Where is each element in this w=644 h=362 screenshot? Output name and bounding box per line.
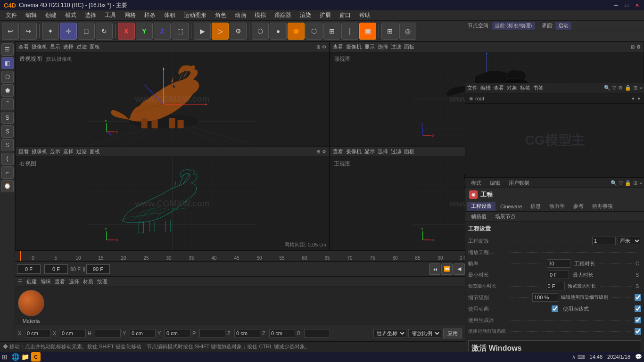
props-tab-user[interactable]: 用户数据 xyxy=(505,179,533,188)
prev-key-button[interactable]: ⏪ xyxy=(441,263,453,275)
prop-fps-input[interactable] xyxy=(547,259,570,268)
rp-edit[interactable]: 编辑 xyxy=(480,84,491,91)
prop-min-input[interactable] xyxy=(548,271,569,279)
sidebar-s1-button[interactable]: S xyxy=(1,112,14,124)
redo-button[interactable]: ↪ xyxy=(20,23,37,40)
viewport-perspective[interactable]: 查看 摄像机 显示 选择 过滤 面板 ⊞ ⚙ www.CGMXW.com xyxy=(15,41,330,146)
sidebar-poly-button[interactable]: ⬟ xyxy=(1,84,14,97)
start-frame-input[interactable] xyxy=(44,264,68,274)
taskbar-browser-icon[interactable]: 🌐 xyxy=(11,353,19,361)
select-mode-button[interactable]: ⬚ xyxy=(172,23,189,40)
sidebar-corner-button[interactable]: ⌐ xyxy=(1,166,14,179)
sidebar-mode-button[interactable]: ☰ xyxy=(1,43,14,56)
node-interface-value[interactable]: 启动 xyxy=(555,22,571,30)
vp-tl-settings[interactable]: ⚙ xyxy=(322,44,326,49)
mat-menu-material[interactable]: 材质 xyxy=(83,278,93,285)
vp-bl-camera[interactable]: 摄像机 xyxy=(32,148,47,155)
sidebar-spline-button[interactable]: ⌒ xyxy=(1,98,14,110)
subtab-ref[interactable]: 参考 xyxy=(570,202,587,211)
vp-tr-filter[interactable]: 过滤 xyxy=(391,43,401,50)
subtab-info[interactable]: 信息 xyxy=(527,202,545,211)
vp-tr-display[interactable]: 显示 xyxy=(364,43,375,50)
prop-previewmin-input[interactable] xyxy=(546,282,565,290)
menu-item-选择[interactable]: 选择 xyxy=(81,10,100,20)
maximize-button[interactable]: □ xyxy=(623,2,630,8)
vp-tr-expand[interactable]: ⊞ xyxy=(631,44,635,49)
step-back-button[interactable]: ◀ xyxy=(454,263,465,275)
pos-x-input[interactable] xyxy=(25,329,51,337)
dim-b-input[interactable] xyxy=(304,329,330,337)
undo-button[interactable]: ↩ xyxy=(2,23,19,40)
viewport-right[interactable]: 查看 摄像机 显示 选择 过滤 面板 ⊞ ⚙ www.CGMXW.com xyxy=(15,146,330,251)
scale-mode-select[interactable]: 缩放比例 xyxy=(408,329,441,337)
axis-y-button[interactable]: Y xyxy=(136,23,153,40)
obj-root-row[interactable]: ◉ root ● ● xyxy=(465,93,644,104)
prop-editordetail-check[interactable] xyxy=(635,294,641,301)
sidebar-arrow-button[interactable]: ⟨ xyxy=(1,153,14,165)
coord-system-select[interactable]: 世界坐标 xyxy=(373,329,406,337)
menu-item-渲染[interactable]: 渲染 xyxy=(296,10,315,20)
rp-file[interactable]: 文件 xyxy=(467,84,478,91)
plane-button[interactable]: ⊞ xyxy=(323,23,340,40)
object-button[interactable]: ◻ xyxy=(78,23,95,40)
notifications-icon[interactable]: 💬 xyxy=(635,354,642,360)
vp-br-filter[interactable]: 过滤 xyxy=(391,148,401,155)
vp-tl-camera[interactable]: 摄像机 xyxy=(32,43,47,50)
grid-button[interactable]: ⊞ xyxy=(381,23,398,40)
menu-item-网格[interactable]: 网格 xyxy=(121,10,140,20)
scale-z-input[interactable] xyxy=(269,329,295,337)
pos-z-input[interactable] xyxy=(234,329,260,337)
prop-detail-input[interactable] xyxy=(532,293,558,302)
vp-br-look[interactable]: 查看 xyxy=(333,148,343,155)
vp-bl-filter[interactable]: 过滤 xyxy=(76,148,87,155)
sidebar-s2-button[interactable]: S xyxy=(1,125,14,138)
menu-item-运动图形[interactable]: 运动图形 xyxy=(180,10,210,20)
subtab2-scene-nodes[interactable]: 场景节点 xyxy=(491,212,520,221)
vp-br-display[interactable]: 显示 xyxy=(364,148,375,155)
menu-item-帮助[interactable]: 帮助 xyxy=(355,10,374,20)
menu-item-样条[interactable]: 样条 xyxy=(140,10,159,20)
vp-tr-camera[interactable]: 摄像机 xyxy=(346,43,362,50)
vp-bl-expand[interactable]: ⊞ xyxy=(316,149,320,154)
vp-bl-settings[interactable]: ⚙ xyxy=(322,149,326,154)
axis-x-button[interactable]: X xyxy=(118,23,135,40)
start-button[interactable]: ⊞ xyxy=(2,353,8,361)
vp-tl-display[interactable]: 显示 xyxy=(50,43,60,50)
root-lock[interactable]: ● xyxy=(637,96,640,101)
mat-menu-edit[interactable]: 编辑 xyxy=(41,278,51,285)
axis-z-button[interactable]: Z xyxy=(154,23,171,40)
render-button[interactable]: ▷ xyxy=(212,23,229,40)
mat-menu-select[interactable]: 选择 xyxy=(69,278,79,285)
menu-item-模式[interactable]: 模式 xyxy=(61,10,80,20)
snap-button[interactable]: ◎ xyxy=(399,23,416,40)
vp-bl-display[interactable]: 显示 xyxy=(50,148,60,155)
vp-tl-panel[interactable]: 面板 xyxy=(90,43,100,50)
vp-tr-settings[interactable]: ⚙ xyxy=(636,44,641,49)
prop-gen-check[interactable] xyxy=(635,317,641,323)
subtab-todo[interactable]: 待办事项 xyxy=(588,202,617,211)
menu-item-体积[interactable]: 体积 xyxy=(160,10,179,20)
vp-br-camera[interactable]: 摄像机 xyxy=(346,148,362,155)
vp-tr-select[interactable]: 选择 xyxy=(378,43,388,50)
taskbar-folder-icon[interactable]: 📁 xyxy=(21,353,29,361)
apply-button[interactable]: 应用 xyxy=(443,329,462,338)
subtab2-interpolate[interactable]: 帧插值 xyxy=(467,212,490,221)
prop-motion-check[interactable] xyxy=(635,328,641,335)
dim-p-input[interactable] xyxy=(199,329,225,337)
rp-chevron-icon[interactable]: » xyxy=(639,85,642,91)
vp-bl-panel[interactable]: 面板 xyxy=(90,148,100,155)
props-filter-icon[interactable]: ▽ xyxy=(619,180,623,186)
pos-y-input[interactable] xyxy=(130,329,156,337)
cylinder-button[interactable]: ⬟ xyxy=(288,23,305,40)
rp-bookmark[interactable]: 书签 xyxy=(533,84,544,91)
menu-item-角色[interactable]: 角色 xyxy=(211,10,230,20)
menu-item-工具[interactable]: 工具 xyxy=(101,10,120,20)
render-preview-button[interactable]: ▶ xyxy=(194,23,211,40)
rp-lock-icon[interactable]: 🔒 xyxy=(625,85,631,91)
subtab-project-settings[interactable]: 工程设置 xyxy=(467,202,495,211)
rp-expand-icon[interactable]: ⊞ xyxy=(633,85,637,91)
rp-settings-icon[interactable]: ⚙ xyxy=(618,85,623,91)
select-button[interactable]: ✦ xyxy=(42,23,59,40)
systray-up-icon[interactable]: ∧ xyxy=(572,354,576,360)
rp-tag[interactable]: 标签 xyxy=(520,84,530,91)
